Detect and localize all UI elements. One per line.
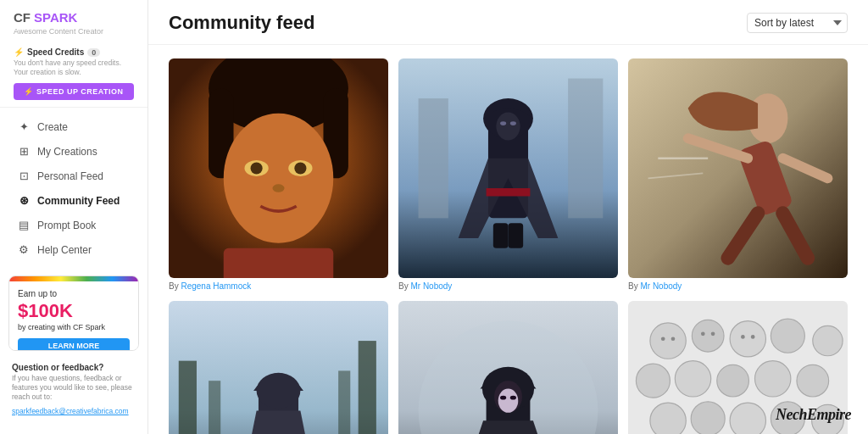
svg-rect-10 [224,248,334,278]
svg-point-58 [717,364,749,397]
svg-rect-35 [338,370,350,434]
grid-item-4[interactable] [169,301,388,434]
svg-point-59 [755,361,791,397]
svg-point-79 [711,331,715,336]
speed-credits-desc: You don't have any speed credits. Your c… [14,58,134,77]
svg-point-53 [730,321,765,357]
svg-point-56 [636,364,670,398]
svg-point-80 [741,335,745,339]
grid-author-1: By Regena Hammock [169,281,388,291]
grid-image-2-svg [398,58,618,278]
speed-credits-count: 0 [87,48,100,57]
svg-point-21 [510,121,516,125]
svg-point-78 [701,331,705,336]
feedback-section: Question or feedback? If you have questi… [0,358,147,424]
speed-up-button[interactable]: ⚡ SPEED UP CREATION [14,83,134,100]
svg-point-54 [771,319,804,353]
logo-spark: SPARK [34,10,77,25]
feedback-title: Question or feedback? [12,363,136,372]
community-feed-icon: ⊛ [17,194,31,207]
svg-point-8 [294,162,306,174]
grid-item-6[interactable]: By I Love Recording [628,301,848,434]
svg-point-4 [224,114,334,243]
svg-point-64 [771,402,804,434]
svg-point-62 [691,402,725,434]
sidebar-item-create-label: Create [37,121,68,133]
main-header: Community feed Sort by latest Sort by po… [148,0,868,45]
svg-point-60 [797,364,829,397]
ad-learn-more-button[interactable]: LEARN MORE [18,338,130,351]
svg-point-46 [500,396,506,400]
sort-select[interactable]: Sort by latest Sort by popular Sort by t… [747,13,848,33]
svg-point-19 [496,113,520,141]
sort-control: Sort by latest Sort by popular Sort by t… [747,13,848,33]
grid-image-4-svg [169,301,388,434]
grid-image-4 [169,301,388,434]
grid-image-2 [398,58,618,278]
image-grid: By Regena Hammock [148,45,868,434]
svg-point-51 [650,323,686,359]
help-center-icon: ⚙ [17,243,31,256]
grid-author-2: By Mr Nobody [398,281,618,291]
sidebar-item-my-creations[interactable]: ⊞ My Creations [3,139,144,164]
svg-point-61 [650,403,686,434]
svg-point-20 [500,121,506,125]
svg-point-65 [812,404,844,434]
svg-rect-13 [568,79,603,219]
svg-rect-12 [419,98,448,218]
bolt-icon: ⚡ [14,47,24,57]
grid-image-5 [398,301,618,434]
grid-item-5[interactable] [398,301,618,434]
logo: CF SPARK [14,10,77,25]
sidebar-item-prompt-book[interactable]: ▤ Prompt Book [3,213,144,237]
grid-item-2[interactable]: By Mr Nobody [398,58,618,291]
grid-image-6 [628,301,848,434]
speed-credits-title: ⚡ Speed Credits 0 [14,47,134,57]
svg-rect-32 [179,361,197,434]
svg-point-77 [671,337,676,341]
sidebar-item-community-feed-label: Community Feed [37,195,120,207]
svg-point-45 [498,389,519,413]
svg-rect-34 [209,381,220,434]
sidebar-item-my-creations-label: My Creations [37,146,97,158]
feedback-email-link[interactable]: sparkfeedback@creativefabrica.com [12,407,129,415]
personal-feed-icon: ⊡ [17,170,31,182]
sidebar-item-personal-feed[interactable]: ⊡ Personal Feed [3,164,144,188]
grid-image-1 [169,58,388,278]
svg-point-52 [692,320,724,352]
svg-rect-17 [493,223,509,248]
prompt-book-icon: ▤ [17,219,31,231]
sidebar: CF SPARK Awesome Content Creator ⚡ Speed… [0,0,148,434]
sidebar-item-help-center[interactable]: ⚙ Help Center [3,237,144,262]
grid-image-6-svg [628,301,848,434]
grid-image-5-svg [398,301,618,434]
svg-rect-18 [509,223,524,248]
logo-cf: CF [14,10,31,25]
main-content: Community feed Sort by latest Sort by po… [148,0,868,434]
ad-sub-text: by creating with CF Spark [18,323,130,331]
my-creations-icon: ⊞ [17,145,31,158]
nav-menu: ✦ Create ⊞ My Creations ⊡ Personal Feed … [0,108,147,269]
sidebar-item-help-center-label: Help Center [37,244,92,256]
svg-point-76 [661,337,665,341]
svg-rect-16 [487,188,531,196]
grid-item-3[interactable]: By Mr Nobody [628,58,848,291]
grid-item-1[interactable]: By Regena Hammock [169,58,388,291]
grid-image-3-svg [628,58,848,278]
sidebar-ad: Earn up to $100K by creating with CF Spa… [8,275,139,351]
svg-point-57 [675,361,710,397]
sidebar-item-community-feed[interactable]: ⊛ Community Feed [3,188,144,213]
svg-point-81 [751,335,755,339]
ad-body: Earn up to $100K by creating with CF Spa… [9,281,138,351]
logo-area: CF SPARK Awesome Content Creator [0,10,147,42]
svg-point-55 [813,326,843,355]
grid-image-3 [628,58,848,278]
svg-point-63 [730,403,765,434]
ad-earn-text: Earn up to [18,288,130,299]
sidebar-item-personal-feed-label: Personal Feed [37,170,103,182]
sidebar-item-create[interactable]: ✦ Create [3,114,144,139]
speed-credits-section: ⚡ Speed Credits 0 You don't have any spe… [0,42,147,108]
svg-rect-33 [359,341,376,434]
grid-image-1-svg [169,58,388,278]
svg-point-47 [510,396,516,400]
